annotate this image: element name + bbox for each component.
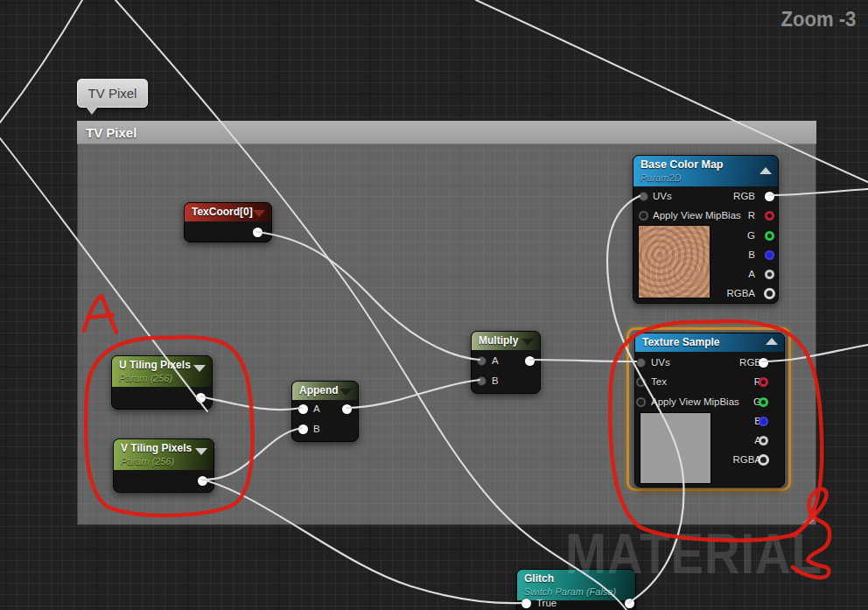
- multiply-input-b-pin[interactable]: [477, 376, 486, 386]
- glitch-input-true-label: True: [536, 598, 556, 608]
- node-v-tiling-pixels[interactable]: V Tiling Pixels Param (256): [113, 438, 214, 493]
- comment-tab[interactable]: TV Pixel: [77, 79, 148, 108]
- append-output-pin[interactable]: [342, 404, 352, 414]
- bcm-output-a-label: A: [748, 269, 755, 279]
- collapse-up-icon[interactable]: [766, 338, 778, 345]
- chevron-down-icon[interactable]: [522, 339, 534, 346]
- ts-input-uvs-label: UVs: [651, 357, 670, 368]
- zoom-level-label: Zoom -3: [780, 7, 856, 32]
- ts-input-tex-label: Tex: [651, 376, 667, 387]
- bcm-texture-preview: [638, 225, 710, 298]
- glitch-input-true-pin[interactable]: [522, 599, 531, 608]
- bcm-output-b-pin[interactable]: [765, 250, 774, 260]
- node-base-color-map-subtitle: Param2D: [640, 172, 771, 185]
- bcm-input-uvs-label: UVs: [653, 191, 672, 201]
- node-glitch-title: Glitch: [524, 572, 554, 585]
- bcm-output-g-pin[interactable]: [765, 231, 774, 241]
- material-watermark: MATERIAL: [565, 522, 822, 586]
- node-multiply-title: Multiply: [479, 334, 518, 347]
- node-texture-sample-title: Texture Sample: [642, 336, 719, 348]
- node-u-tiling-subtitle: Param (256): [119, 372, 205, 385]
- chevron-down-icon[interactable]: [195, 448, 207, 455]
- node-append-title: Append: [299, 384, 339, 396]
- v-tiling-output-pin[interactable]: [198, 476, 207, 486]
- node-texcoord-title: TexCoord[0]: [192, 206, 253, 218]
- ts-output-b-pin[interactable]: [759, 417, 768, 426]
- node-texture-sample-header[interactable]: Texture Sample: [635, 333, 784, 352]
- chevron-down-icon[interactable]: [253, 210, 265, 217]
- bcm-input-mipbias-label: Apply View MipBias: [653, 210, 741, 221]
- ts-output-a-pin[interactable]: [759, 436, 768, 445]
- node-u-tiling-title: U Tiling Pixels: [119, 359, 191, 371]
- chevron-down-icon[interactable]: [193, 365, 206, 372]
- bcm-output-rgb-label: RGB: [733, 191, 755, 201]
- append-input-b-pin[interactable]: [298, 424, 308, 434]
- ts-input-tex-pin[interactable]: [636, 377, 646, 387]
- ts-output-g-pin[interactable]: [759, 397, 768, 407]
- comment-tab-pointer: [86, 107, 98, 115]
- bcm-output-rgba-label: RGBA: [726, 288, 755, 298]
- texcoord-output-pin[interactable]: [253, 228, 262, 237]
- ts-input-mipbias-pin[interactable]: [636, 397, 646, 407]
- ts-output-r-pin[interactable]: [759, 377, 768, 387]
- bcm-input-mipbias-pin[interactable]: [639, 211, 648, 221]
- node-v-tiling-title: V Tiling Pixels: [121, 442, 192, 454]
- ts-input-mipbias-label: Apply View MipBias: [651, 396, 739, 407]
- node-u-tiling-header[interactable]: U Tiling Pixels Param (256): [112, 356, 212, 387]
- multiply-input-a-pin[interactable]: [477, 356, 486, 366]
- ts-input-uvs-pin[interactable]: [636, 358, 646, 368]
- node-append-header[interactable]: Append: [292, 382, 358, 400]
- node-append[interactable]: Append A B: [291, 381, 359, 442]
- node-v-tiling-subtitle: Param (256): [121, 455, 206, 468]
- node-base-color-map[interactable]: Base Color Map Param2D UVs Apply View Mi…: [633, 155, 779, 304]
- node-glitch-subtitle: Switch Param (False): [524, 585, 628, 599]
- ts-output-rgb-pin[interactable]: [759, 358, 768, 368]
- multiply-input-a-label: A: [492, 355, 499, 366]
- ts-output-rgba-pin[interactable]: [758, 454, 769, 466]
- bcm-output-r-label: R: [748, 210, 755, 221]
- bcm-output-rgb-pin[interactable]: [765, 192, 774, 201]
- material-graph-canvas[interactable]: TV Pixel TV Pixel TexCoord[0] U Tiling P…: [0, 0, 868, 610]
- node-base-color-map-title: Base Color Map: [640, 158, 723, 171]
- node-texture-sample[interactable]: Texture Sample UVs Tex Apply View MipBia…: [634, 333, 785, 487]
- bcm-output-r-pin[interactable]: [765, 211, 774, 221]
- comment-box-title-bar[interactable]: TV Pixel: [77, 121, 816, 144]
- append-input-b-label: B: [313, 424, 320, 434]
- append-input-a-label: A: [313, 403, 320, 414]
- node-multiply-header[interactable]: Multiply: [472, 332, 540, 350]
- multiply-input-b-label: B: [492, 375, 499, 386]
- bcm-output-g-label: G: [747, 230, 755, 241]
- ts-texture-preview: [640, 412, 711, 484]
- node-u-tiling-pixels[interactable]: U Tiling Pixels Param (256): [111, 355, 213, 410]
- collapse-up-icon[interactable]: [760, 167, 772, 174]
- bcm-output-rgba-pin[interactable]: [764, 288, 775, 299]
- append-input-a-pin[interactable]: [298, 404, 308, 414]
- chevron-down-icon[interactable]: [340, 389, 352, 396]
- node-base-color-map-header[interactable]: Base Color Map Param2D: [634, 156, 778, 186]
- wire-background-corner: [0, 0, 82, 123]
- node-texcoord[interactable]: TexCoord[0]: [184, 202, 272, 242]
- u-tiling-output-pin[interactable]: [196, 393, 206, 403]
- bcm-input-uvs-pin[interactable]: [639, 192, 648, 201]
- glitch-output-pin[interactable]: [625, 599, 634, 608]
- bcm-output-a-pin[interactable]: [765, 270, 774, 279]
- node-texcoord-header[interactable]: TexCoord[0]: [185, 203, 271, 221]
- multiply-output-pin[interactable]: [525, 356, 535, 366]
- node-multiply[interactable]: Multiply A B: [471, 331, 541, 394]
- bcm-output-b-label: B: [748, 249, 755, 260]
- node-v-tiling-header[interactable]: V Tiling Pixels Param (256): [114, 439, 214, 470]
